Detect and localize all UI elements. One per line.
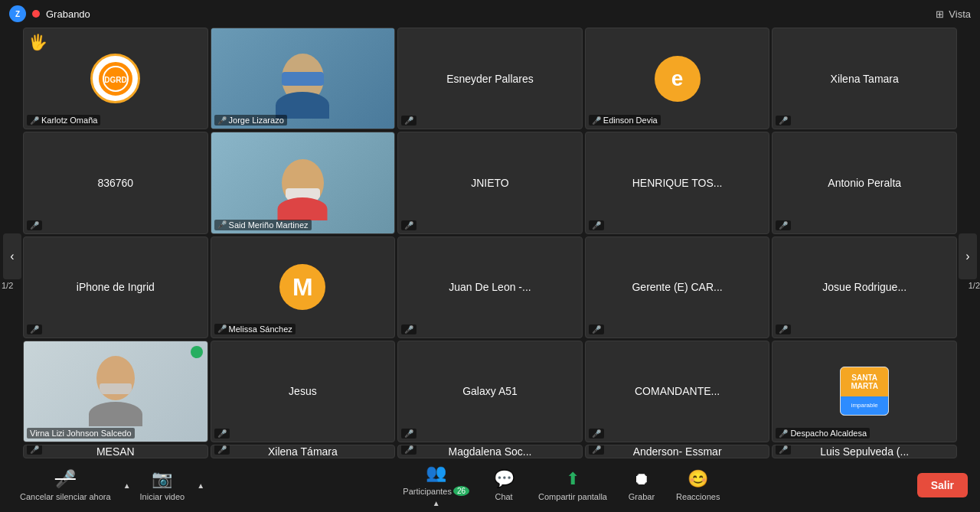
exit-button[interactable]: Salir — [917, 473, 968, 497]
participant-name-display: Anderson- Essmar — [629, 445, 727, 458]
mic-muted-icon: 🎤 — [30, 445, 39, 454]
participant-name-display: Juan De Leon -... — [444, 281, 535, 293]
participant-name-display: iPhone de Ingrid — [72, 281, 159, 293]
participant-name-display: Gerente (E) CAR... — [627, 281, 727, 293]
svg-text:DGRD: DGRD — [104, 76, 126, 84]
participant-label: Virna Lizi Johnson Salcedo — [27, 428, 135, 439]
next-page-arrow[interactable]: › — [959, 233, 977, 279]
participant-tile: Virna Lizi Johnson Salcedo — [23, 341, 208, 442]
mic-muted-icon: 🎤 — [592, 116, 601, 125]
participant-name-display: Josue Rodrigue... — [818, 281, 911, 293]
participant-label: 🎤 — [589, 429, 604, 439]
participant-name: Edinson Devia — [603, 116, 658, 125]
participant-name: Karlotz Omaña — [41, 116, 97, 125]
participant-name: Jorge Lizarazo — [229, 116, 284, 125]
participant-name-display: Magdalena Soc... — [444, 445, 537, 458]
participant-tile: Antonio Peralta 🎤 — [772, 132, 957, 233]
chat-label: Chat — [495, 492, 512, 501]
mute-expand-arrow[interactable]: ▲ — [122, 481, 132, 490]
participant-name: Said Meriño Martinez — [229, 220, 309, 230]
mic-muted-icon: 🎤 — [30, 325, 39, 334]
mute-label: Cancelar silenciar ahora — [20, 492, 111, 501]
participant-tile: Esneyder Pallares 🎤 — [397, 28, 583, 129]
wave-emoji: 🖐 — [28, 33, 47, 51]
participant-name-display: COMANDANTE... — [630, 385, 724, 397]
participant-tile: COMANDANTE... 🎤 — [585, 341, 770, 442]
participant-tile: 🎤 Said Meriño Martinez — [211, 132, 396, 233]
participant-tile: Galaxy A51 🎤 — [397, 341, 583, 442]
mic-muted-icon: 🎤 — [30, 221, 39, 230]
mask — [282, 72, 324, 86]
participant-name-display: Antonio Peralta — [823, 177, 906, 189]
record-label: Grabar — [629, 492, 655, 501]
participant-label: 🎤 — [401, 445, 416, 455]
mute-group: 🎤 Cancelar silenciar ahora ▲ — [12, 465, 132, 506]
participant-name: Despacho Alcaldesa — [790, 429, 867, 438]
page-indicator-left: 1/2 — [2, 281, 13, 290]
participant-label: 🎤 — [589, 445, 604, 455]
video-expand-arrow[interactable]: ▲ — [195, 481, 206, 490]
participant-tile: M 🎤 Melissa Sánchez — [211, 236, 396, 338]
toolbar: 🎤 Cancelar silenciar ahora ▲ 📷 Iniciar v… — [0, 458, 980, 512]
participant-name-display: JNIETO — [466, 177, 514, 189]
record-button[interactable]: ⏺ Grabar — [615, 465, 668, 506]
participants-count: 26 — [453, 486, 469, 496]
reactions-icon: 😊 — [688, 469, 708, 489]
participant-label: 🎤 — [589, 220, 604, 230]
mic-muted-icon: 🎤 — [779, 445, 788, 454]
mic-muted-icon: 🎤 — [592, 221, 601, 230]
participant-name-display: Galaxy A51 — [458, 385, 522, 397]
video-button[interactable]: 📷 Iniciar video — [132, 465, 193, 506]
participant-label: 🎤 Jorge Lizarazo — [214, 115, 287, 126]
avatar: M — [279, 264, 325, 310]
participants-icon: 👥 — [426, 463, 446, 483]
top-bar-left: Z Grabando — [9, 5, 90, 22]
participant-tile: iPhone de Ingrid 🎤 — [23, 236, 208, 338]
participant-tile: 🖐 DGRD 🎤 Karlotz Omaña — [23, 28, 208, 129]
participant-label: 🎤 — [776, 324, 791, 334]
chat-icon: 💬 — [494, 469, 514, 489]
mic-muted-icon: 🎤 — [217, 324, 227, 333]
mic-muted-icon: 🎤 — [592, 445, 601, 454]
reactions-button[interactable]: 😊 Reacciones — [668, 465, 727, 506]
participant-label: 🎤 Despacho Alcaldesa — [776, 428, 870, 439]
chat-button[interactable]: 💬 Chat — [477, 465, 531, 506]
participant-tile: Xilena Tamara 🎤 — [772, 28, 957, 129]
participant-label: 🎤 — [776, 220, 791, 230]
mic-muted-icon: 🎤 — [217, 429, 227, 438]
toolbar-center: 👥 Participantes 26 ▲ 💬 Chat ⬆ Compartir … — [206, 458, 917, 512]
participant-name-display: Xilena Tamara — [826, 73, 903, 85]
recording-label: Grabando — [46, 8, 90, 20]
mic-muted-icon: 🎤 — [592, 429, 601, 438]
participant-name-display: HENRIQUE TOS... — [628, 177, 727, 189]
mic-muted-icon: 🎤 — [404, 325, 413, 334]
participants-expand[interactable]: ▲ — [431, 499, 442, 507]
mic-muted-icon: 🎤 — [217, 445, 227, 454]
mic-muted-icon: 🎤 — [30, 116, 39, 125]
participant-tile: Anderson- Essmar 🎤 — [585, 445, 770, 458]
participant-tile: Josue Rodrigue... 🎤 — [772, 236, 957, 338]
mic-muted-icon: 🎤 — [404, 429, 413, 438]
participant-tile: Juan De Leon -... 🎤 — [397, 236, 583, 338]
participants-button[interactable]: 👥 Participantes 26 ▲ — [395, 458, 477, 512]
participant-label: 🎤 Melissa Sánchez — [214, 324, 296, 334]
mute-button[interactable]: 🎤 Cancelar silenciar ahora — [12, 465, 119, 506]
mic-muted-icon: 🎤 — [779, 325, 788, 334]
mic-muted-icon: 🎤 — [779, 116, 788, 125]
participant-label: 🎤 — [589, 324, 604, 334]
participant-label: 🎤 Edinson Devia — [589, 115, 661, 126]
prev-page-arrow[interactable]: ‹ — [3, 233, 21, 279]
mic-muted-icon: 🎤 — [779, 221, 788, 230]
participant-tile: 836760 🎤 — [23, 132, 208, 233]
participant-name-display: 836760 — [93, 177, 138, 189]
participants-grid: 🖐 DGRD 🎤 Karlotz Omaña — [23, 28, 957, 458]
mic-muted-icon: 🎤 — [217, 116, 227, 125]
share-button[interactable]: ⬆ Compartir pantalla — [531, 465, 615, 506]
logo-container: DGRD — [90, 54, 140, 103]
recording-dot — [32, 10, 40, 18]
participant-name: Melissa Sánchez — [229, 324, 292, 334]
view-label: Vista — [949, 8, 971, 20]
participant-label: 🎤 — [401, 220, 416, 230]
participant-name-display: Esneyder Pallares — [442, 73, 538, 85]
mic-muted-icon: 🎤 — [779, 429, 788, 438]
